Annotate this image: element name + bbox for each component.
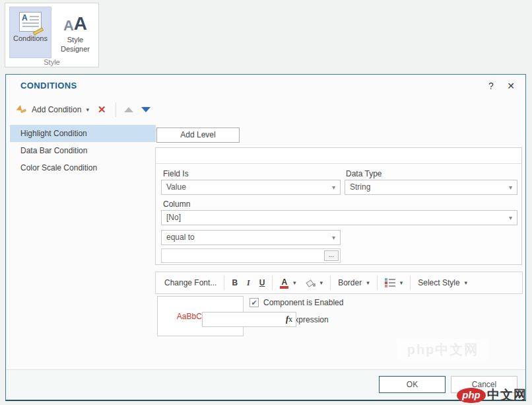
watermark: php中文网: [397, 339, 489, 360]
dialog-toolbar: Add Condition ▾ ✕: [14, 100, 154, 120]
format-separator: [410, 276, 411, 290]
style-designer-label: Style Designer: [61, 35, 90, 54]
sidebar-item-highlight-condition[interactable]: Highlight Condition: [10, 125, 156, 142]
screen: A Conditions AA Style Designer Style CON…: [0, 0, 532, 405]
chevron-down-icon: ▾: [293, 279, 296, 286]
column-label: Column: [163, 200, 190, 209]
select-style-label: Select Style: [418, 278, 459, 287]
expression-input[interactable]: fx: [202, 312, 296, 327]
move-up-button[interactable]: [120, 102, 137, 117]
style-designer-icon: AA: [63, 11, 87, 33]
component-enabled-checkbox[interactable]: ✔: [249, 298, 259, 307]
format-separator: [330, 276, 331, 290]
data-type-label: Data Type: [346, 169, 382, 178]
font-color-button[interactable]: A ▾: [275, 275, 300, 291]
arrow-up-icon: [124, 107, 133, 112]
chevron-down-icon: ▾: [400, 279, 403, 286]
arrow-down-icon: [141, 107, 150, 112]
column-dropdown[interactable]: [No]: [161, 210, 517, 225]
operator-dropdown[interactable]: equal to: [161, 230, 341, 245]
level-list-strip: [156, 148, 521, 164]
sidebar-item-color-scale-condition[interactable]: Color Scale Condition: [10, 159, 156, 176]
add-condition-label: Add Condition: [32, 105, 81, 114]
fill-color-button[interactable]: ▾: [301, 276, 328, 290]
ok-button[interactable]: OK: [379, 376, 446, 393]
format-toolbar: Change Font... B I U A ▾ ▾ Border ▾ ▾: [155, 272, 523, 294]
component-enabled-label: Component is Enabled: [263, 298, 343, 307]
chevron-down-icon: ▾: [320, 279, 323, 286]
move-down-button[interactable]: [137, 102, 154, 117]
conditions-dialog: CONDITIONS ? ✕ Add Condition ▾ ✕ Highlig…: [5, 74, 526, 401]
add-level-button[interactable]: Add Level: [156, 128, 240, 143]
fx-icon[interactable]: fx: [286, 314, 292, 324]
ribbon-group-caption: Style: [5, 58, 98, 66]
condition-editor-panel: Field Is Data Type Value String Column […: [155, 147, 522, 265]
chevron-down-icon: ▾: [366, 279, 370, 286]
colored-list-icon: [385, 278, 395, 287]
delete-condition-button[interactable]: ✕: [92, 102, 112, 117]
component-enabled-row: ✔ Component is Enabled: [249, 298, 343, 307]
bold-button[interactable]: B: [227, 276, 242, 290]
conditions-icon: A: [19, 12, 42, 32]
select-style-button[interactable]: Select Style ▾: [413, 276, 472, 290]
chevron-down-icon: ▾: [465, 279, 468, 286]
border-button[interactable]: Border ▾: [333, 276, 374, 290]
sidebar-item-data-bar-condition[interactable]: Data Bar Condition: [10, 142, 156, 159]
help-button[interactable]: ?: [484, 79, 498, 92]
ribbon-group-style: A Conditions AA Style Designer Style: [5, 3, 99, 67]
data-type-dropdown[interactable]: String: [345, 180, 517, 195]
site-logo: php 中文网: [457, 387, 527, 404]
format-separator: [272, 276, 273, 290]
dialog-footer: OK Cancel: [6, 369, 525, 400]
font-color-icon: A: [280, 277, 288, 288]
underline-button[interactable]: U: [255, 276, 270, 290]
value-input[interactable]: ...: [161, 248, 341, 263]
php-badge: php: [457, 388, 486, 403]
logo-text: 中文网: [487, 387, 527, 404]
add-condition-icon: [17, 105, 28, 114]
conditions-button-label: Conditions: [13, 34, 48, 43]
chevron-down-icon: ▾: [86, 106, 89, 113]
browse-value-button[interactable]: ...: [324, 250, 339, 261]
style-designer-button[interactable]: AA Style Designer: [54, 7, 96, 58]
add-condition-button[interactable]: Add Condition ▾: [14, 103, 92, 116]
paint-bucket-icon: [306, 278, 316, 287]
border-button-label: Border: [338, 278, 362, 287]
conditions-list-button[interactable]: ▾: [380, 276, 408, 290]
dialog-title: CONDITIONS: [20, 81, 77, 91]
format-separator: [377, 276, 378, 290]
format-separator: [224, 276, 224, 290]
change-font-button[interactable]: Change Font...: [160, 276, 221, 290]
close-button[interactable]: ✕: [504, 79, 517, 92]
field-is-dropdown[interactable]: Value: [161, 180, 341, 195]
toolbar-separator: [116, 102, 116, 117]
field-is-label: Field Is: [163, 169, 189, 178]
condition-type-list: Highlight Condition Data Bar Condition C…: [10, 125, 156, 176]
conditions-button[interactable]: A Conditions: [9, 7, 51, 58]
italic-button[interactable]: I: [242, 276, 255, 291]
